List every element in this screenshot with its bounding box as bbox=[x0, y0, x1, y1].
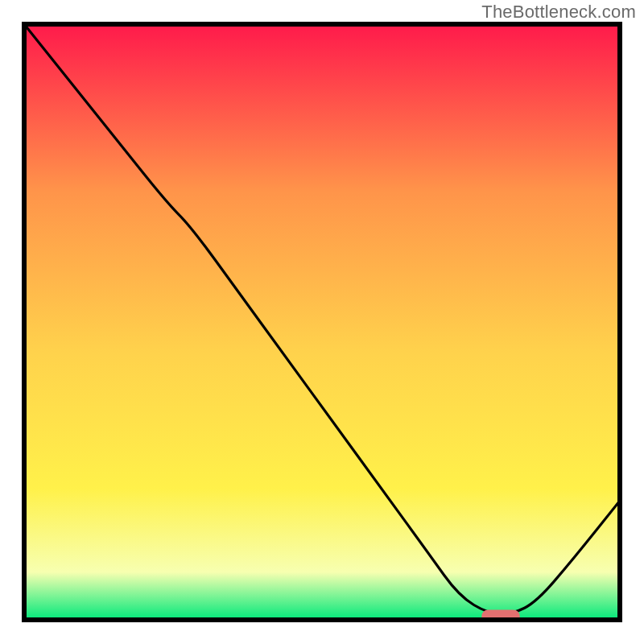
watermark-text: TheBottleneck.com bbox=[481, 2, 636, 23]
bottleneck-chart bbox=[0, 0, 644, 644]
chart-frame: { "watermark": "TheBottleneck.com", "cha… bbox=[0, 0, 644, 644]
plot-background bbox=[24, 24, 620, 620]
